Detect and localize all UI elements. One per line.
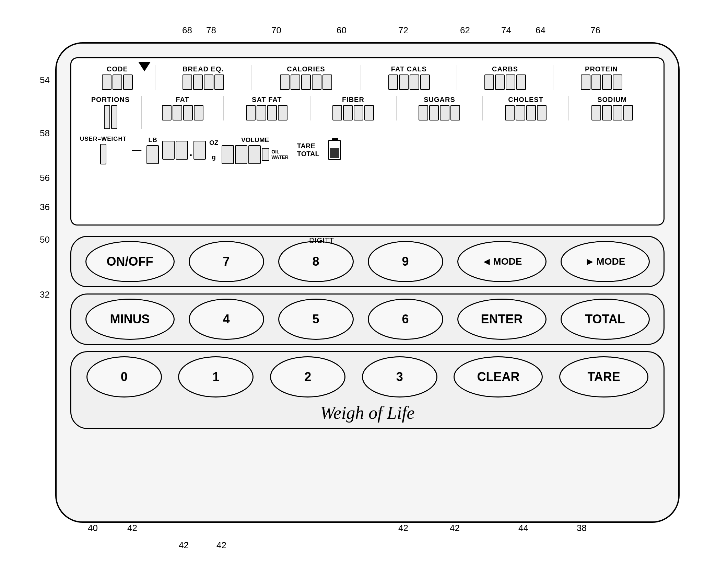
bread-display	[183, 74, 224, 90]
minus-button[interactable]: MINUS	[85, 299, 175, 340]
seg-d	[104, 105, 110, 129]
seg-d	[388, 74, 398, 90]
ref-38: 38	[577, 523, 587, 533]
ref-70: 70	[271, 25, 281, 36]
seg-d	[280, 74, 290, 90]
ref-42d: 42	[127, 523, 137, 533]
sodium-label: SODIUM	[597, 96, 627, 104]
seg-d	[162, 141, 175, 160]
user-weight-display	[100, 144, 106, 164]
ref-62: 62	[460, 25, 470, 36]
key-3-button[interactable]: 3	[362, 356, 437, 397]
key-0-button[interactable]: 0	[86, 356, 162, 397]
satfat-display	[246, 105, 287, 120]
seg-d	[537, 105, 547, 120]
seg-d	[613, 74, 622, 90]
ref-64: 64	[536, 25, 545, 36]
weight-display: .	[162, 141, 206, 160]
tare-button[interactable]: TARE	[559, 356, 648, 397]
seg-d	[246, 105, 256, 120]
clear-button[interactable]: CLEAR	[454, 356, 543, 397]
mode-right-button[interactable]: ►MODE	[561, 241, 650, 282]
total-static-label: TOTAL	[297, 150, 319, 158]
total-button[interactable]: TOTAL	[561, 299, 650, 340]
display-row2: PORTIONS FAT SAT FAT	[80, 96, 655, 129]
fiber-label: FIBER	[342, 96, 364, 104]
key-9-button[interactable]: 9	[368, 241, 443, 282]
seg-d	[613, 105, 622, 120]
display-panel: CODE BREAD EQ.	[70, 57, 665, 226]
seg-d	[267, 105, 277, 120]
fat-section: FAT	[142, 96, 224, 120]
seg-d	[419, 105, 428, 120]
digitt-label: DIGITT	[309, 236, 334, 245]
satfat-label: SAT FAT	[252, 96, 282, 104]
brand-text: Weigh of Life	[317, 399, 418, 426]
ref-72: 72	[398, 25, 408, 36]
ref-54: 54	[40, 75, 50, 85]
fatcals-display	[388, 74, 430, 90]
keypad-row-3: 0 1 2 3 CLEAR TARE	[70, 351, 665, 429]
cholest-section: CHOLEST	[483, 96, 570, 120]
ref-42g: 42	[398, 523, 408, 533]
minus-sign: —	[132, 145, 141, 155]
calories-label: CALORIES	[287, 65, 325, 73]
ref-50: 50	[40, 234, 50, 245]
user-weight-label: USER=WEIGHT	[80, 136, 127, 142]
keypad-row-3-panel: 0 1 2 3 CLEAR TARE	[78, 356, 657, 397]
seg-d	[194, 105, 203, 120]
seg-d	[516, 105, 525, 120]
key-6-button[interactable]: 6	[368, 299, 443, 340]
calories-display	[280, 74, 332, 90]
fat-display	[162, 105, 203, 120]
seg-d	[440, 105, 449, 120]
lb-label: LB	[148, 136, 157, 144]
key-1-button[interactable]: 1	[178, 356, 254, 397]
key-2-button[interactable]: 2	[270, 356, 345, 397]
onoff-button[interactable]: ON/OFF	[85, 241, 175, 282]
seg-d	[111, 105, 117, 129]
seg-d	[257, 105, 266, 120]
enter-button[interactable]: ENTER	[457, 299, 547, 340]
key-8-button[interactable]: 8	[278, 241, 354, 282]
satfat-section: SAT FAT	[224, 96, 310, 120]
seg-d	[183, 74, 192, 90]
tare-static-label: TARE	[297, 142, 315, 150]
keypad-area: ON/OFF 7 8 9 ◄MODE ►MODE	[70, 236, 665, 429]
calories-section: CALORIES	[251, 65, 361, 90]
ref-74: 74	[501, 25, 511, 36]
triangle-indicator	[138, 62, 151, 73]
battery-terminal	[332, 138, 338, 140]
seg-d	[322, 74, 332, 90]
seg-d	[204, 74, 213, 90]
seg-d	[420, 74, 430, 90]
mode-left-button[interactable]: ◄MODE	[457, 241, 547, 282]
oz-label: OZ	[209, 139, 218, 147]
keypad-row-1: ON/OFF 7 8 9 ◄MODE ►MODE	[70, 236, 665, 287]
volume-section: VOLUME OIL WATER	[222, 136, 289, 164]
sugars-display	[419, 105, 460, 120]
seg-d	[354, 105, 363, 120]
ref-42f: 42	[216, 540, 226, 551]
bread-label: BREAD EQ.	[183, 65, 224, 73]
key-7-button[interactable]: 7	[189, 241, 264, 282]
protein-display	[581, 74, 622, 90]
sodium-section: SODIUM	[569, 96, 655, 120]
key-5-button[interactable]: 5	[278, 299, 354, 340]
seg-d	[146, 145, 159, 164]
ref-78: 78	[206, 25, 216, 36]
seg-d	[262, 148, 269, 161]
ref-44: 44	[518, 523, 528, 533]
seg-d	[176, 141, 188, 160]
seg-d	[410, 74, 419, 90]
seg-d	[193, 141, 206, 160]
ref-32: 32	[40, 289, 50, 300]
seg-d	[399, 74, 409, 90]
fatcals-label: FAT CALS	[391, 65, 427, 73]
ref-42e: 42	[179, 540, 189, 551]
sugars-label: SUGARS	[424, 96, 455, 104]
cholest-label: CHOLEST	[508, 96, 543, 104]
key-4-button[interactable]: 4	[189, 299, 264, 340]
seg-d	[505, 105, 515, 120]
bread-section: BREAD EQ.	[155, 65, 251, 90]
